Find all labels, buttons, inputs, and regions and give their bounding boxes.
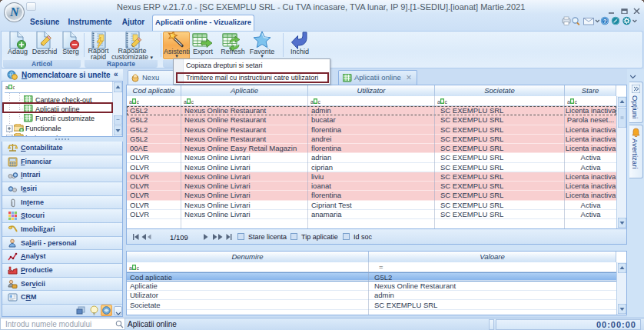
svg-text:a: a (184, 99, 187, 105)
svg-text:a: a (5, 85, 8, 90)
svg-text:c: c (445, 99, 448, 105)
svg-text:a: a (129, 265, 132, 271)
svg-text:c: c (137, 99, 140, 105)
svg-text:c: c (137, 265, 140, 271)
svg-text:?: ? (603, 18, 607, 25)
svg-text:c: c (575, 99, 578, 105)
svg-text:a: a (310, 99, 314, 105)
svg-text:c: c (318, 99, 321, 105)
svg-text:a: a (567, 99, 570, 105)
svg-text:a: a (129, 99, 132, 105)
svg-text:c: c (13, 85, 15, 90)
svg-text:a: a (437, 99, 440, 105)
svg-text:c: c (191, 99, 194, 105)
